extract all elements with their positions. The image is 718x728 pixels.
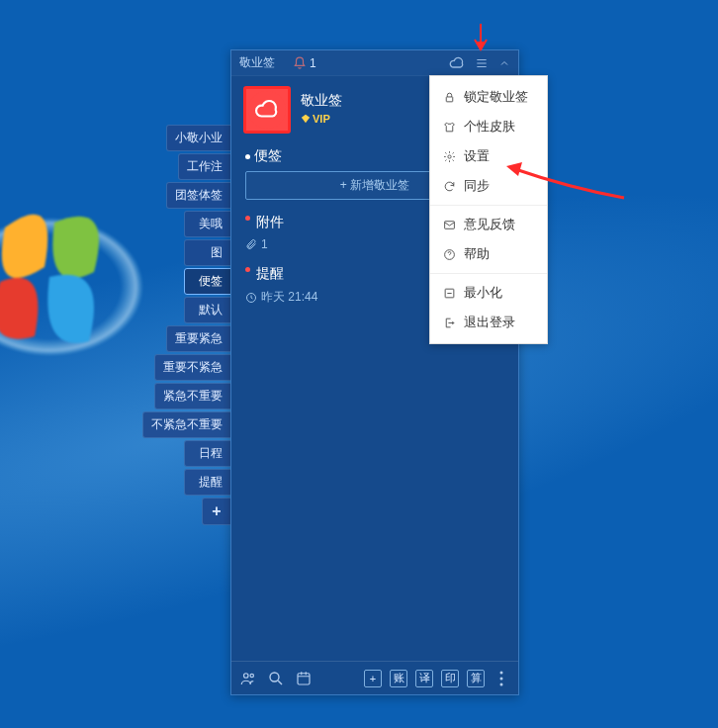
chevron-down-icon[interactable] [498,57,510,69]
menu-logout[interactable]: 退出登录 [430,308,547,337]
lock-icon [442,90,456,104]
menu-sync[interactable]: 同步 [430,171,547,201]
side-tab[interactable]: 团签体签 [166,182,231,209]
bell-icon[interactable] [293,56,307,70]
logout-icon [442,316,456,329]
bottom-add-button[interactable]: + [364,670,382,687]
bottom-calc-button[interactable]: 算 [467,670,485,687]
menu-settings[interactable]: 设置 [430,141,547,171]
svg-point-4 [270,673,279,682]
bottom-bar: + 账 译 印 算 [231,661,518,694]
svg-point-8 [500,682,503,685]
sidebar-tabs: 小敬小业 工作注 团签体签 美哦 图 便签 默认 重要紧急 重要不紧急 紧急不重… [154,125,231,525]
side-tab[interactable]: 重要紧急 [166,325,231,352]
svg-point-6 [500,671,503,674]
menu-feedback[interactable]: 意见反馈 [430,210,547,239]
svg-rect-5 [298,673,310,683]
bell-count: 1 [310,56,316,70]
mail-icon [442,218,456,231]
vip-diamond-icon [301,114,311,124]
menu-popup: 锁定敬业签 个性皮肤 设置 同步 意见反馈 帮助 最小化 退出登录 [429,75,548,344]
vip-badge: VIP [301,113,330,125]
reminder-time: 昨天 21:44 [261,289,317,306]
reminder-title: 提醒 [256,265,284,283]
side-tab[interactable]: 日程 [184,440,231,467]
menu-separator [430,273,547,274]
paperclip-icon [245,238,257,250]
bottom-print-button[interactable]: 印 [441,670,459,687]
username: 敬业签 [301,92,342,110]
svg-point-7 [500,677,503,680]
svg-point-3 [250,674,253,677]
menu-help[interactable]: 帮助 [430,239,547,269]
side-tab[interactable]: 重要不紧急 [154,354,231,381]
attachments-title: 附件 [256,214,284,231]
side-tab[interactable]: 小敬小业 [166,125,231,151]
attachments-count: 1 [261,237,268,251]
side-tab[interactable]: 图 [184,239,231,266]
menu-lock[interactable]: 锁定敬业签 [430,82,547,112]
svg-point-0 [0,218,143,356]
contacts-icon[interactable] [239,670,257,687]
side-tab[interactable]: 紧急不重要 [154,383,231,410]
side-tab-add[interactable]: + [202,498,231,525]
bottom-account-button[interactable]: 账 [390,670,407,687]
more-icon[interactable] [493,670,510,687]
svg-point-2 [244,673,249,678]
svg-point-10 [447,154,450,157]
titlebar: 敬业签 1 [231,50,518,76]
side-tab[interactable]: 美哦 [184,211,231,237]
svg-rect-9 [446,96,453,101]
side-tab[interactable]: 不紧急不重要 [142,411,231,438]
calendar-icon[interactable] [295,670,313,687]
side-tab[interactable]: 默认 [184,297,231,323]
menu-icon[interactable] [475,56,489,70]
sync-icon [442,179,456,193]
menu-minimize[interactable]: 最小化 [430,278,547,308]
clock-icon [245,292,257,304]
side-tab[interactable]: 工作注 [178,153,231,180]
side-tab-active[interactable]: 便签 [184,268,231,295]
help-icon [442,247,456,261]
bottom-translate-button[interactable]: 译 [415,670,433,687]
shirt-icon [442,120,456,134]
cloud-icon[interactable] [449,55,465,71]
menu-separator [430,205,547,206]
gear-icon [442,149,456,163]
app-title: 敬业签 [239,54,275,71]
search-icon[interactable] [267,670,285,687]
menu-skin[interactable]: 个性皮肤 [430,112,547,141]
side-tab[interactable]: 提醒 [184,469,231,496]
minimize-icon [442,286,456,300]
avatar[interactable] [243,86,291,134]
notes-title: 便签 [254,147,282,165]
